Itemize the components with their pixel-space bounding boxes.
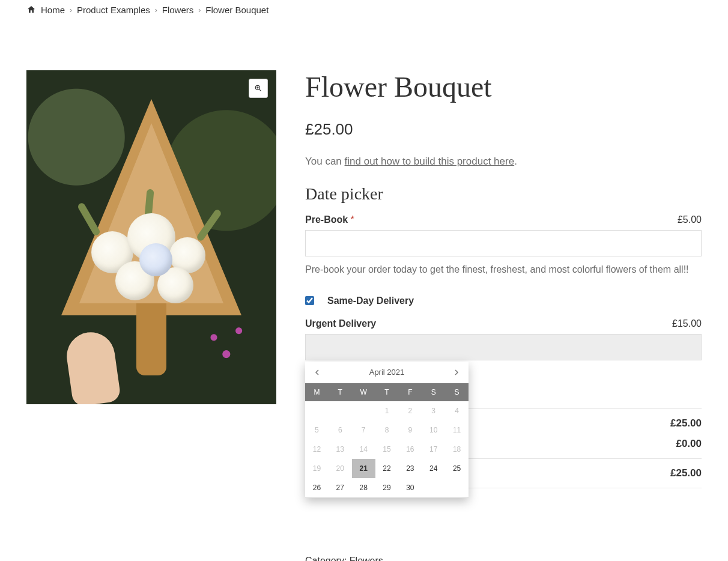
calendar-day: 12 <box>305 440 329 459</box>
calendar-blank <box>329 401 352 420</box>
calendar-day[interactable]: 22 <box>375 459 399 478</box>
prebook-label: Pre-Book <box>305 214 351 225</box>
calendar-day: 18 <box>445 440 469 459</box>
category-label: Category: <box>305 556 350 561</box>
calendar-day: 4 <box>445 401 469 420</box>
calendar-day: 2 <box>398 401 422 420</box>
home-icon <box>26 5 36 15</box>
calendar-day: 17 <box>422 440 445 459</box>
build-product-link[interactable]: find out how to build this product here <box>345 156 515 167</box>
calendar-day[interactable]: 27 <box>329 478 352 497</box>
calendar-day: 16 <box>398 440 422 459</box>
prebook-row: Pre-Book * £5.00 <box>305 214 702 225</box>
calendar-day: 14 <box>352 440 375 459</box>
urgent-label: Urgent Delivery <box>305 318 376 329</box>
calendar-day: 6 <box>329 420 352 440</box>
zoom-button[interactable] <box>249 79 268 98</box>
calendar-day[interactable]: 29 <box>375 478 399 497</box>
breadcrumb: Home › Product Examples › Flowers › Flow… <box>26 0 702 27</box>
product-gallery <box>26 70 276 561</box>
prebook-input[interactable] <box>305 230 702 256</box>
urgent-price: £15.00 <box>672 318 702 329</box>
urgent-row: Urgent Delivery £15.00 <box>305 318 702 329</box>
breadcrumb-sep: › <box>155 6 157 14</box>
calendar-day: 20 <box>329 459 352 478</box>
calendar-dow-cell: S <box>422 383 445 401</box>
desc-suffix: . <box>514 156 517 167</box>
calendar-blank <box>352 401 375 420</box>
breadcrumb-sep: › <box>70 6 72 14</box>
calendar-day: 9 <box>398 420 422 440</box>
calendar-day: 10 <box>422 420 445 440</box>
breadcrumb-home[interactable]: Home <box>41 5 65 15</box>
calendar-day[interactable]: 23 <box>398 459 422 478</box>
calendar-day: 15 <box>375 440 399 459</box>
product-meta: Category: Flowers <box>305 556 702 561</box>
calendar-dow: MTWTFSS <box>305 383 469 401</box>
svg-line-1 <box>259 89 261 91</box>
calendar-day[interactable]: 28 <box>352 478 375 497</box>
calendar-day: 5 <box>305 420 329 440</box>
same-day-label: Same-Day Delivery <box>327 296 414 306</box>
calendar-dow-cell: M <box>305 383 329 401</box>
calendar-day[interactable]: 30 <box>398 478 422 497</box>
calendar-next[interactable] <box>447 362 466 383</box>
calendar-grid: 1234567891011121314151617181920212223242… <box>305 401 469 497</box>
same-day-checkbox[interactable] <box>305 296 314 305</box>
product-title: Flower Bouquet <box>305 70 702 103</box>
breadcrumb-sep: › <box>198 6 201 14</box>
calendar-day[interactable]: 25 <box>445 459 469 478</box>
calendar-header: April 2021 <box>305 362 469 383</box>
category-link[interactable]: Flowers <box>350 556 383 561</box>
prebook-price: £5.00 <box>678 214 702 225</box>
calendar-blank <box>305 401 329 420</box>
urgent-input-wrap: April 2021 MTWTFSS 123456789101112131415… <box>305 334 702 366</box>
breadcrumb-item-0[interactable]: Product Examples <box>77 5 150 15</box>
required-mark: * <box>351 214 354 225</box>
urgent-input[interactable] <box>305 334 702 360</box>
calendar-day[interactable]: 24 <box>422 459 445 478</box>
date-picker-heading: Date picker <box>305 184 702 204</box>
desc-prefix: You can <box>305 156 345 167</box>
calendar-day[interactable]: 21 <box>352 459 375 478</box>
product-image[interactable] <box>26 70 276 404</box>
calendar-dow-cell: S <box>445 383 469 401</box>
calendar-day: 11 <box>445 420 469 440</box>
calendar-dow-cell: T <box>375 383 399 401</box>
calendar-day: 19 <box>305 459 329 478</box>
product-price: £25.00 <box>305 120 702 139</box>
calendar-day: 3 <box>422 401 445 420</box>
product-description: You can find out how to build this produ… <box>305 156 702 168</box>
same-day-row[interactable]: Same-Day Delivery <box>305 296 702 306</box>
breadcrumb-item-1[interactable]: Flowers <box>162 5 194 15</box>
calendar-day: 8 <box>375 420 399 440</box>
calendar-prev[interactable] <box>308 362 327 383</box>
calendar-day: 1 <box>375 401 399 420</box>
calendar-dow-cell: F <box>398 383 422 401</box>
prebook-help: Pre-book your order today to get the fin… <box>305 262 702 277</box>
calendar-day: 7 <box>352 420 375 440</box>
breadcrumb-current: Flower Bouquet <box>205 5 268 15</box>
calendar: April 2021 MTWTFSS 123456789101112131415… <box>305 362 469 498</box>
calendar-day[interactable]: 26 <box>305 478 329 497</box>
calendar-month: April 2021 <box>369 368 405 377</box>
calendar-dow-cell: T <box>329 383 352 401</box>
product-summary: Flower Bouquet £25.00 You can find out h… <box>305 70 702 561</box>
calendar-day: 13 <box>329 440 352 459</box>
calendar-dow-cell: W <box>352 383 375 401</box>
